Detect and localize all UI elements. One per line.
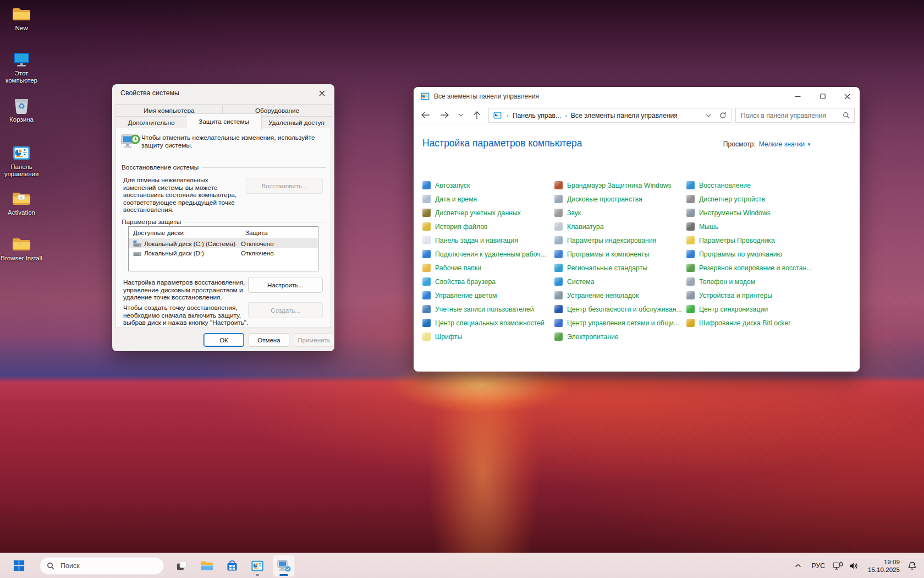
back-icon[interactable] (418, 108, 432, 122)
view-dropdown-arrow-icon: ▼ (807, 142, 811, 147)
cp-item-fonts[interactable]: Шрифты (422, 330, 552, 343)
drive-name-cell: Локальный диск (C:) (Система) (129, 241, 241, 247)
desktop-icon-new[interactable]: New (0, 6, 43, 32)
cp-item-user-accounts[interactable]: Учетные записи пользователей (422, 302, 552, 316)
tray-chevron-up-icon[interactable] (790, 555, 806, 577)
cp-item-recovery[interactable]: Восстановление (686, 178, 816, 192)
create-restore-point-button[interactable]: Создать... (248, 302, 323, 318)
cp-item-firewall[interactable]: Брандмауэр Защитника Windows (554, 178, 684, 192)
cp-item-color-management[interactable]: Управление цветом (422, 288, 552, 302)
cp-item-power-options[interactable]: Электропитание (554, 330, 684, 343)
refresh-icon[interactable] (714, 108, 732, 123)
close-icon[interactable] (314, 87, 330, 100)
control-panel-search[interactable] (735, 108, 855, 123)
address-dropdown-chevron-icon[interactable] (706, 114, 711, 117)
cp-item-troubleshooting[interactable]: Устранение неполадок (554, 288, 684, 302)
cp-item-label: Клавиатура (567, 223, 604, 231)
ok-button[interactable]: ОК (204, 333, 244, 347)
cp-item-label: Резервное копирование и восстан... (699, 264, 812, 272)
cp-item-security-maintenance[interactable]: Центр безопасности и обслуживан... (554, 302, 684, 316)
desktop-icon-browser-install[interactable]: Browser Install (0, 236, 43, 262)
cp-item-sound[interactable]: Звук (554, 206, 684, 220)
up-icon[interactable] (470, 108, 484, 122)
recent-locations-chevron-icon[interactable] (455, 108, 466, 122)
cp-item-ease-of-access[interactable]: Центр специальных возможностей (422, 316, 552, 330)
start-button[interactable] (8, 555, 30, 577)
task-view-icon[interactable] (170, 555, 193, 577)
tray-time: 19:09 (868, 558, 900, 566)
cancel-button[interactable]: Отмена (249, 333, 289, 347)
cp-item-windows-tools[interactable]: Инструменты Windows (686, 206, 816, 220)
forward-icon[interactable] (437, 108, 452, 122)
maximize-icon[interactable] (810, 87, 835, 106)
cp-item-backup-restore[interactable]: Резервное копирование и восстан... (686, 261, 816, 275)
cp-item-indexing-options[interactable]: Параметры индексирования (554, 233, 684, 247)
clock[interactable]: 19:09 15.10.2025 (868, 558, 900, 574)
cp-item-autoplay[interactable]: Автозапуск (422, 178, 552, 192)
cp-item-default-programs[interactable]: Программы по умолчанию (686, 247, 816, 261)
cp-item-label: Автозапуск (435, 182, 470, 189)
cp-item-devices-printers[interactable]: Устройства и принтеры (686, 288, 816, 302)
cp-item-internet-options[interactable]: Свойства браузера (422, 275, 552, 288)
minimize-icon[interactable] (785, 87, 810, 106)
cp-item-region[interactable]: Региональные стандарты (554, 261, 684, 275)
cp-item-work-folders[interactable]: Рабочие папки (422, 261, 552, 275)
desktop-icon-activation[interactable]: Activation (0, 190, 43, 216)
view-selector[interactable]: Просмотр: Мелкие значки▼ (723, 140, 811, 148)
restore-button[interactable]: Восстановить... (246, 178, 323, 194)
drive-row[interactable]: Локальный диск (D:)Отключено (129, 248, 318, 258)
cp-item-system[interactable]: Система (554, 275, 684, 288)
close-icon[interactable] (835, 87, 860, 106)
dialog-titlebar[interactable]: Свойства системы (112, 84, 334, 102)
file-explorer-icon[interactable] (196, 555, 218, 577)
cp-item-label: Мышь (699, 223, 718, 231)
cp-item-file-history[interactable]: История файлов (422, 220, 552, 233)
desktop-icon-панель-управления[interactable]: Панель управления (0, 144, 43, 178)
drive-row[interactable]: Локальный диск (C:) (Система)Отключено (129, 239, 318, 248)
search-icon[interactable] (843, 112, 850, 119)
cp-item-network-sharing[interactable]: Центр управления сетями и общи... (554, 316, 684, 330)
volume-icon[interactable] (846, 555, 861, 577)
language-indicator[interactable]: РУС (806, 555, 831, 577)
breadcrumb-all-items[interactable]: Все элементы панели управления (571, 112, 678, 119)
cp-item-bitlocker[interactable]: Шифрование диска BitLocker (686, 316, 816, 330)
notifications-bell-icon[interactable]: z (903, 555, 921, 577)
file-history-icon (422, 222, 431, 231)
cp-item-taskbar-navigation[interactable]: Панель задач и навигация (422, 233, 552, 247)
sync-center-icon (686, 305, 695, 313)
cp-item-credential-manager[interactable]: Диспетчер учетных данных (422, 206, 552, 220)
desktop-icon-этот-компьютер[interactable]: Этот компьютер (0, 51, 43, 84)
configure-button[interactable]: Настроить... (248, 277, 323, 293)
cp-item-remote-desktop[interactable]: Подключения к удаленным рабоч... (422, 247, 552, 261)
cp-item-phone-modem[interactable]: Телефон и модем (686, 275, 816, 288)
breadcrumb-control-panel[interactable]: Панель управ... (513, 112, 561, 119)
control-panel-taskbar-icon[interactable] (246, 555, 268, 577)
cp-item-date-time[interactable]: Дата и время (422, 192, 552, 206)
cp-item-mouse[interactable]: Мышь (686, 220, 816, 233)
tab-system-protection[interactable]: Защита системы (186, 113, 262, 129)
drive-protection-status: Отключено (241, 241, 274, 247)
address-bar[interactable]: › Панель управ... › Все элементы панели … (488, 108, 716, 123)
cp-item-explorer-options[interactable]: Параметры Проводника (686, 233, 816, 247)
system-protection-tabpage: Чтобы отменить нежелательные изменения, … (116, 128, 331, 328)
microsoft-store-icon[interactable] (221, 555, 243, 577)
cp-item-programs-features[interactable]: Программы и компоненты (554, 247, 684, 261)
search-input[interactable] (736, 112, 843, 119)
protection-intro-text: Чтобы отменить нежелательные изменения, … (141, 134, 325, 149)
cp-item-sync-center[interactable]: Центр синхронизации (686, 302, 816, 316)
default-programs-icon (686, 250, 695, 258)
system-properties-taskbar-icon[interactable] (273, 555, 295, 577)
cp-item-keyboard[interactable]: Клавиатура (554, 220, 684, 233)
fonts-icon (422, 332, 431, 341)
desktop-icon-корзина[interactable]: ♻Корзина (0, 97, 43, 123)
taskbar-search[interactable] (40, 557, 164, 575)
apply-button[interactable]: Применить (294, 333, 334, 347)
cp-item-device-manager[interactable]: Диспетчер устройств (686, 192, 816, 206)
programs-features-icon (554, 250, 563, 258)
desktop-icon-label: Панель управления (0, 163, 43, 178)
taskbar-search-input[interactable] (59, 561, 128, 570)
cp-item-label: Свойства браузера (435, 278, 496, 286)
system-tray: РУС 19:09 15.10.2025 z (790, 553, 924, 578)
network-icon[interactable] (831, 555, 846, 577)
cp-item-storage-spaces[interactable]: Дисковые пространства (554, 192, 684, 206)
